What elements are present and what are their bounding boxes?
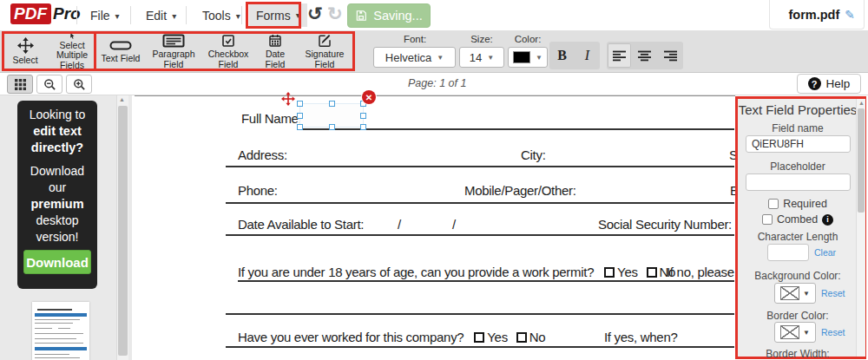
menu-edit[interactable]: Edit ▾	[139, 5, 183, 26]
bg-color-select[interactable]: ▼	[774, 283, 816, 304]
resize-handle-sw[interactable]	[297, 124, 303, 130]
promo-text: Download	[17, 163, 97, 180]
bg-color-reset-link[interactable]: Reset	[821, 288, 845, 298]
menu-separator	[76, 6, 77, 24]
field-name-label: Field name	[738, 122, 858, 134]
size-select[interactable]: 14 ▼	[459, 47, 504, 68]
selected-text-field[interactable]	[299, 103, 364, 128]
font-select[interactable]: Helvetica ▼	[373, 47, 456, 68]
combed-checkbox[interactable]	[762, 214, 773, 225]
color-swatch	[513, 51, 530, 63]
color-label: Color:	[508, 34, 548, 44]
saving-button[interactable]: Saving...	[347, 3, 431, 28]
text-field-icon	[109, 39, 132, 52]
resize-handle-se[interactable]	[360, 124, 366, 130]
chevron-down-icon: ▼	[437, 54, 444, 62]
move-icon	[281, 92, 295, 106]
form-tools-toolbar: Select Select Multiple Fields Text Field…	[0, 30, 868, 73]
sidebar-scrollbar[interactable]: ▲	[116, 95, 128, 360]
save-floppy-icon	[355, 10, 367, 22]
download-button[interactable]: Download	[23, 250, 91, 274]
zoom-in-button[interactable]	[66, 75, 92, 94]
menu-file[interactable]: File ▾	[83, 5, 127, 26]
text-field-button[interactable]: Text Field	[99, 33, 142, 70]
select-multiple-fields-button[interactable]: Select Multiple Fields	[47, 33, 97, 70]
zoom-out-button[interactable]	[36, 75, 62, 94]
align-left-button[interactable]	[608, 43, 631, 68]
resize-handle-n[interactable]	[329, 101, 335, 107]
tool-label: Select Multiple Fields	[47, 41, 97, 70]
placeholder-input[interactable]	[746, 173, 851, 191]
menu-separator	[241, 6, 242, 24]
resize-handle-s[interactable]	[329, 124, 335, 130]
date-field-button[interactable]: Date Field	[255, 33, 295, 70]
checkbox-field-button[interactable]: Checkbox Field	[204, 33, 253, 70]
logo-pdf-box: PDF	[10, 3, 51, 24]
help-button[interactable]: ? Help	[797, 74, 861, 94]
signature-field-button[interactable]: Signature Field	[299, 33, 351, 70]
italic-button[interactable]: I	[576, 48, 599, 63]
resize-handle-w[interactable]	[297, 113, 303, 119]
color-select[interactable]: ▼	[508, 47, 548, 68]
promo-text: Looking to	[17, 107, 97, 123]
combed-label: Combed	[777, 213, 818, 226]
scroll-up-icon[interactable]: ▲	[119, 96, 125, 102]
help-label: Help	[826, 77, 851, 90]
align-center-button[interactable]	[633, 43, 656, 68]
text-field-properties-panel: Text Field Properties Field name Placeho…	[735, 96, 866, 359]
paragraph-field-button[interactable]: Paragraph Field	[146, 33, 201, 70]
checkbox-glyph	[474, 332, 484, 343]
page-thumbnail[interactable]	[32, 302, 89, 360]
info-icon[interactable]: i	[822, 214, 833, 226]
rename-pencil-icon[interactable]: ✎	[845, 8, 855, 22]
redo-button[interactable]: ↻	[327, 3, 343, 24]
pdfpro-logo[interactable]: PDFPro	[10, 4, 81, 23]
scrollbar-thumb[interactable]	[858, 108, 865, 213]
required-label: Required	[783, 198, 827, 210]
document-filename: form.pdf	[788, 8, 839, 22]
signature-field-icon	[318, 34, 332, 48]
align-right-button[interactable]	[659, 43, 682, 68]
select-tool-button[interactable]: Select	[5, 33, 45, 70]
scrollbar-thumb[interactable]	[118, 106, 128, 356]
tool-label: Text Field	[102, 54, 141, 63]
bold-button[interactable]: B	[551, 48, 574, 63]
saving-label: Saving...	[373, 9, 422, 23]
required-checkbox[interactable]	[768, 199, 779, 209]
menu-tools[interactable]: Tools ▾	[195, 5, 247, 26]
pdfpro-app: PDFPro File ▾ Edit ▾ Tools ▾ Forms ▾ ↺ ↻…	[0, 0, 868, 360]
paragraph-field-icon	[162, 34, 185, 48]
resize-handle-e[interactable]	[360, 113, 366, 119]
if-no-label: If no, please	[667, 265, 734, 279]
full-name-label: Full Name:	[241, 111, 302, 126]
no-color-swatch	[780, 286, 799, 300]
delete-field-button[interactable]: ✕	[362, 90, 376, 104]
menu-forms[interactable]: Forms ▾	[249, 3, 307, 27]
border-color-reset-link[interactable]: Reset	[821, 327, 845, 337]
tool-label: Paragraph Field	[146, 49, 201, 69]
date-slash: /	[398, 217, 401, 232]
thumbnails-sidebar: Looking to edit text directly? Download …	[0, 95, 132, 360]
no-label: No	[529, 330, 546, 344]
menu-tools-label: Tools	[202, 9, 231, 23]
panel-scrollbar[interactable]: ▲	[856, 99, 865, 357]
border-width-label: Border Width:	[738, 348, 858, 360]
scroll-up-icon[interactable]: ▲	[858, 100, 865, 106]
move-field-handle[interactable]	[281, 92, 295, 109]
font-label: Font:	[375, 34, 455, 44]
clear-link[interactable]: Clear	[814, 247, 836, 258]
move-icon	[17, 37, 34, 54]
chevron-down-icon: ▾	[172, 11, 176, 21]
thumbnails-toggle-button[interactable]	[7, 75, 33, 94]
field-name-input[interactable]	[746, 135, 851, 153]
top-menu-bar: PDFPro File ▾ Edit ▾ Tools ▾ Forms ▾ ↺ ↻…	[0, 0, 868, 30]
border-color-select[interactable]: ▼	[774, 322, 816, 343]
premium-promo-panel: Looking to edit text directly? Download …	[17, 101, 97, 289]
resize-handle-nw[interactable]	[297, 101, 303, 107]
zoom-out-icon	[43, 78, 56, 91]
char-length-input[interactable]	[767, 244, 809, 261]
undo-button[interactable]: ↺	[307, 3, 323, 24]
form-underline	[238, 280, 734, 282]
menu-separator	[130, 6, 131, 24]
date-field-icon	[268, 34, 282, 48]
